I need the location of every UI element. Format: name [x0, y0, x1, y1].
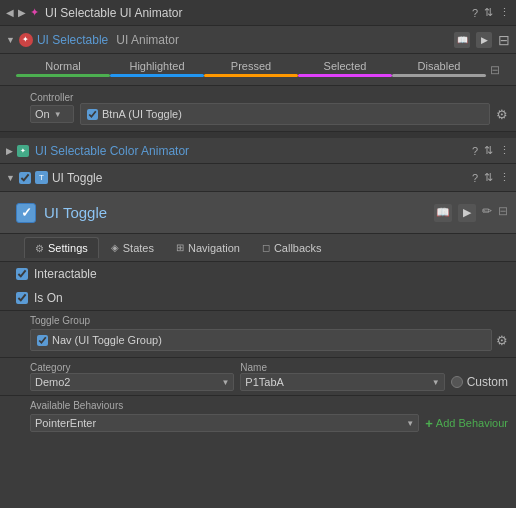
color-animator-header-left: ▶ ✦ UI Selectable Color Animator [6, 144, 472, 158]
star-icon: ✦ [30, 6, 39, 19]
toggle-help-icon[interactable]: ? [472, 172, 478, 184]
color-animator-header: ▶ ✦ UI Selectable Color Animator ? ⇅ ⋮ [0, 138, 516, 164]
tab-disabled[interactable]: Disabled [392, 60, 486, 79]
controller-label: Controller [30, 92, 508, 103]
tab-selected[interactable]: Selected [298, 60, 392, 79]
interactable-row: Interactable [0, 262, 516, 286]
toggle-more-icon[interactable]: ⋮ [499, 171, 510, 184]
sort-icon[interactable]: ⇅ [484, 6, 493, 19]
color-anim-expand-icon[interactable]: ▶ [6, 146, 13, 156]
toggle-resize-icon[interactable]: ⊟ [498, 204, 508, 222]
behaviours-arrow-icon: ▼ [406, 419, 414, 428]
navigation-tab-icon: ⊞ [176, 242, 184, 253]
available-behaviours-label: Available Behaviours [30, 400, 508, 411]
toggle-group-settings-icon[interactable]: ⚙ [496, 333, 508, 348]
settings-right-icon[interactable]: ⊟ [498, 32, 510, 48]
toggle-sort-icon[interactable]: ⇅ [484, 171, 493, 184]
ui-toggle-header-checkbox[interactable] [19, 172, 31, 184]
expand-arrow-icon[interactable]: ▼ [6, 35, 15, 45]
ui-toggle-header: ▼ T UI Toggle ? ⇅ ⋮ [0, 164, 516, 192]
add-behaviour-label: Add Behaviour [436, 417, 508, 429]
add-behaviour-plus-icon: + [425, 416, 433, 431]
controller-field: Controller On ▼ BtnA (UI Toggle) ⚙ [30, 92, 508, 125]
color-anim-sort-icon[interactable]: ⇅ [484, 144, 493, 157]
name-field: Name P1TabA ▼ [240, 362, 444, 391]
toggle-group-label: Toggle Group [30, 315, 508, 326]
tab-highlighted[interactable]: Highlighted [110, 60, 204, 79]
video-icon[interactable]: ▶ [476, 32, 492, 48]
controller-row: Controller On ▼ BtnA (UI Toggle) ⚙ [0, 86, 516, 131]
ui-toggle-title-actions: 📖 ▶ ✏ ⊟ [434, 204, 508, 222]
category-arrow-icon: ▼ [221, 378, 229, 387]
ui-selectable-icon: ✦ [19, 33, 33, 47]
settings-tab-icon: ⚙ [35, 243, 44, 254]
tab-states[interactable]: ◈ States [101, 238, 164, 258]
object-field-checkbox[interactable] [87, 109, 98, 120]
title-bar-nav-icons: ◀ ▶ ✦ [6, 6, 39, 19]
category-value: Demo2 [35, 376, 70, 388]
cat-name-section: Category Demo2 ▼ Name P1TabA ▼ Custom [0, 358, 516, 395]
is-on-row: Is On [0, 286, 516, 310]
ui-selectable-header-right: 📖 ▶ ⊟ [454, 32, 510, 48]
vertical-resize-icon[interactable]: ⊟ [490, 63, 500, 77]
custom-area: Custom [451, 375, 508, 391]
toggle-expand-icon[interactable]: ▼ [6, 173, 15, 183]
ui-selectable-header: ▼ ✦ UI Selectable UI Animator 📖 ▶ ⊟ [0, 26, 516, 54]
color-anim-more-icon[interactable]: ⋮ [499, 144, 510, 157]
name-dropdown[interactable]: P1TabA ▼ [240, 373, 444, 391]
tab-settings[interactable]: ⚙ Settings [24, 237, 99, 258]
object-field-value: BtnA (UI Toggle) [102, 108, 182, 120]
blue-checkbox[interactable]: ✓ [16, 203, 36, 223]
toggle-video-icon[interactable]: ▶ [458, 204, 476, 222]
color-animator-label: UI Selectable Color Animator [35, 144, 189, 158]
ui-selectable-label: UI Selectable [37, 33, 108, 47]
tab-callbacks[interactable]: ◻ Callbacks [252, 238, 332, 258]
checkmark-icon: ✓ [21, 205, 32, 220]
tab-navigation[interactable]: ⊞ Navigation [166, 238, 250, 258]
more-icon[interactable]: ⋮ [499, 6, 510, 19]
toggle-book-icon[interactable]: 📖 [434, 204, 452, 222]
interactable-checkbox[interactable] [16, 268, 28, 280]
is-on-label: Is On [34, 291, 63, 305]
tab-normal[interactable]: Normal [16, 60, 110, 79]
category-dropdown[interactable]: Demo2 ▼ [30, 373, 234, 391]
ui-toggle-title-bar: ✓ UI Toggle 📖 ▶ ✏ ⊟ [0, 192, 516, 234]
category-field: Category Demo2 ▼ [30, 362, 234, 391]
tab-pressed[interactable]: Pressed [204, 60, 298, 79]
available-behaviours-section: Available Behaviours PointerEnter ▼ + Ad… [0, 396, 516, 438]
name-arrow-icon: ▼ [432, 378, 440, 387]
title-bar-actions: ? ⇅ ⋮ [472, 6, 510, 19]
object-settings-icon[interactable]: ⚙ [496, 107, 508, 122]
tabs-row: ⚙ Settings ◈ States ⊞ Navigation ◻ Callb… [0, 234, 516, 262]
toggle-icon: T [35, 171, 48, 184]
callbacks-tab-icon: ◻ [262, 242, 270, 253]
ui-selectable-block: ▼ ✦ UI Selectable UI Animator 📖 ▶ ⊟ Norm… [0, 26, 516, 132]
toggle-edit-icon[interactable]: ✏ [482, 204, 492, 222]
is-on-checkbox[interactable] [16, 292, 28, 304]
ui-selectable-header-left: ▼ ✦ UI Selectable UI Animator [6, 33, 454, 47]
custom-indicator-icon [451, 376, 463, 388]
title-bar: ◀ ▶ ✦ UI Selectable UI Animator ? ⇅ ⋮ [0, 0, 516, 26]
interactable-label: Interactable [34, 267, 97, 281]
color-anim-icon: ✦ [17, 145, 29, 157]
color-anim-help-icon[interactable]: ? [472, 145, 478, 157]
help-icon[interactable]: ? [472, 7, 478, 19]
color-animator-header-right: ? ⇅ ⋮ [472, 144, 510, 157]
category-label: Category [30, 362, 234, 373]
forward-icon[interactable]: ▶ [18, 7, 26, 18]
controller-dropdown[interactable]: On ▼ [30, 105, 74, 123]
behaviours-value: PointerEnter [35, 417, 96, 429]
behaviours-dropdown[interactable]: PointerEnter ▼ [30, 414, 419, 432]
book-icon[interactable]: 📖 [454, 32, 470, 48]
toggle-group-section: Toggle Group Nav (UI Toggle Group) ⚙ [0, 311, 516, 357]
title-bar-text: UI Selectable UI Animator [45, 6, 472, 20]
name-value: P1TabA [245, 376, 284, 388]
color-tabs-row: Normal Highlighted Pressed Selected Disa… [0, 54, 516, 86]
add-behaviour-button[interactable]: + Add Behaviour [425, 416, 508, 431]
toggle-group-checkbox[interactable] [37, 335, 48, 346]
back-icon[interactable]: ◀ [6, 7, 14, 18]
toggle-group-value: Nav (UI Toggle Group) [52, 334, 162, 346]
name-label: Name [240, 362, 444, 373]
custom-label: Custom [467, 375, 508, 389]
ui-selectable-sublabel: UI Animator [116, 33, 179, 47]
